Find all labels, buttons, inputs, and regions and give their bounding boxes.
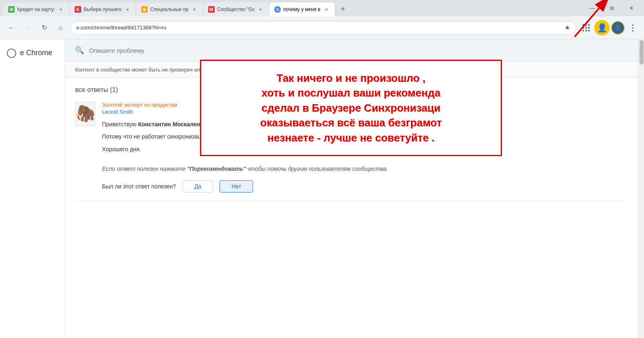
search-section: 🔍 xyxy=(65,39,638,62)
url-text: e.com/chrome/thread/84171368?hl=ru xyxy=(76,25,561,31)
tab-5-close[interactable]: ✕ xyxy=(323,6,330,13)
reply-italic: Если ответ полезен нажмите "Порекомендов… xyxy=(102,164,628,173)
tab-1-favicon: W xyxy=(8,6,15,13)
address-bar: ← → ↻ ⌂ e.com/chrome/thread/84171368?hl=… xyxy=(0,16,644,39)
apps-button[interactable] xyxy=(580,21,593,34)
avatar-image: 🦣 xyxy=(75,104,95,123)
tab-2-close[interactable]: ✕ xyxy=(124,6,131,13)
tab-4-close[interactable]: ✕ xyxy=(257,6,264,13)
tab-4-favicon: M xyxy=(208,6,215,13)
no-button[interactable]: Нет xyxy=(220,180,253,193)
tab-2-title: Выбери лучшего xyxy=(84,7,122,12)
annotation-text: Так ничего и не произошло , хоть и послу… xyxy=(213,71,489,145)
tab-3-title: Специальные пр xyxy=(150,7,189,12)
tab-2[interactable]: K Выбери лучшего ✕ xyxy=(70,2,135,16)
tab-2-favicon: K xyxy=(75,6,81,13)
search-input[interactable] xyxy=(89,47,628,54)
user-avatar-yellow[interactable]: 👤 xyxy=(594,20,610,36)
bold-recommend: "Порекомендовать" xyxy=(187,166,246,172)
sidebar-logo-text: e Chrome xyxy=(20,49,52,57)
tab-1-title: Кредит на карту: xyxy=(17,7,55,12)
tab-bar: W Кредит на карту: ✕ K Выбери лучшего ✕ … xyxy=(0,0,644,16)
helpful-label: Был ли этот ответ полезен? xyxy=(102,183,176,190)
close-button[interactable]: ✕ xyxy=(622,2,641,15)
tab-1[interactable]: W Кредит на карту: ✕ xyxy=(3,2,69,16)
content-area: все ответы (1) 🦣 Золотой эксперт по прод… xyxy=(65,78,638,217)
helpful-row: Был ли этот ответ полезен? Да Нет xyxy=(102,180,628,193)
sidebar-logo: ◯ e Chrome xyxy=(0,47,65,66)
scrollbar[interactable] xyxy=(638,39,644,338)
home-button[interactable]: ⌂ xyxy=(54,21,67,34)
tab-3[interactable]: ★ Специальные пр ✕ xyxy=(136,2,202,16)
tab-3-close[interactable]: ✕ xyxy=(191,6,198,13)
google-chrome-icon: ◯ xyxy=(7,47,17,58)
bookmark-icon[interactable]: ★ xyxy=(564,24,570,31)
new-tab-button[interactable]: + xyxy=(337,3,349,15)
reply-avatar: 🦣 xyxy=(75,102,95,126)
menu-button[interactable]: ⋮ xyxy=(626,21,639,34)
tab-1-close[interactable]: ✕ xyxy=(58,6,64,13)
main-area: 🔍 Контент в сообществе может быть не про… xyxy=(65,39,638,338)
window-controls: — ⧉ ✕ xyxy=(583,2,641,16)
tab-5-title: почему у меня в xyxy=(283,7,321,12)
browser-frame: W Кредит на карту: ✕ K Выбери лучшего ✕ … xyxy=(0,0,644,338)
yes-button[interactable]: Да xyxy=(182,180,213,193)
toolbar-actions: 👤 👤 ⋮ xyxy=(580,20,639,36)
page-content: ◯ e Chrome 🔍 Контент в сообществе может … xyxy=(0,39,644,338)
url-bar[interactable]: e.com/chrome/thread/84171368?hl=ru ★ xyxy=(70,21,576,35)
tab-4-title: Сообщество "Gc xyxy=(217,7,255,12)
apps-icon xyxy=(582,24,590,31)
minimize-button[interactable]: — xyxy=(583,2,602,15)
forward-button[interactable]: → xyxy=(21,21,34,34)
annotation-overlay: Так ничего и не произошло , хоть и послу… xyxy=(200,60,502,156)
tab-4[interactable]: M Сообщество "Gc ✕ xyxy=(203,2,269,16)
tab-5-favicon: G xyxy=(274,6,281,13)
user-avatar[interactable]: 👤 xyxy=(611,21,624,34)
back-button[interactable]: ← xyxy=(5,21,18,34)
tab-3-favicon: ★ xyxy=(141,6,148,13)
tab-5[interactable]: G почему у меня в ✕ xyxy=(269,2,335,16)
reload-button[interactable]: ↻ xyxy=(38,21,51,34)
search-icon: 🔍 xyxy=(75,46,84,55)
maximize-button[interactable]: ⧉ xyxy=(602,2,621,15)
scrollbar-thumb[interactable] xyxy=(640,40,644,65)
sidebar: ◯ e Chrome xyxy=(0,39,65,338)
